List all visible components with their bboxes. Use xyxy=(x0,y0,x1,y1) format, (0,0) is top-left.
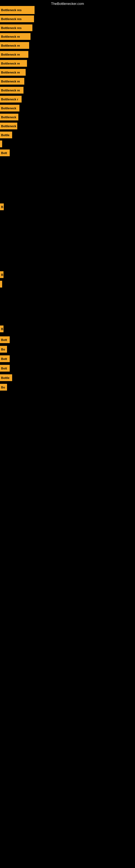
bar-item-26: Bottle xyxy=(0,374,12,381)
bar-item-7: Bottleneck re xyxy=(0,60,27,67)
bar-item-6: Bottleneck re xyxy=(0,51,28,58)
bar-item-16 xyxy=(0,141,2,147)
bar-item-13: Bottleneck xyxy=(0,114,18,120)
bar-item-1: Bottleneck res xyxy=(0,6,35,14)
bar-item-10: Bottleneck re xyxy=(0,87,24,94)
bar-item-23: Bo xyxy=(0,346,7,352)
bar-item-19: B xyxy=(0,271,3,278)
bar-item-14: Bottleneck xyxy=(0,123,17,129)
bar-item-8: Bottleneck re xyxy=(0,69,26,76)
bar-item-17: Bott xyxy=(0,150,10,156)
bar-item-2: Bottleneck res xyxy=(0,16,34,22)
bar-item-9: Bottleneck re xyxy=(0,78,24,85)
bar-item-15: Bottle xyxy=(0,131,12,138)
bar-item-18: B xyxy=(0,204,4,210)
bar-item-20 xyxy=(0,281,2,287)
bar-item-25: Bott xyxy=(0,365,10,372)
bar-item-22: Bott xyxy=(0,336,10,343)
bar-item-5: Bottleneck re xyxy=(0,42,29,49)
bar-item-27: Bo xyxy=(0,384,7,391)
bar-item-24: Bott xyxy=(0,355,10,362)
bar-item-21: B xyxy=(0,326,3,332)
bar-item-11: Bottleneck r xyxy=(0,96,21,102)
bar-item-3: Bottleneck res xyxy=(0,24,32,31)
bar-item-12: Bottleneck xyxy=(0,105,19,112)
bar-item-4: Bottleneck re xyxy=(0,33,31,40)
